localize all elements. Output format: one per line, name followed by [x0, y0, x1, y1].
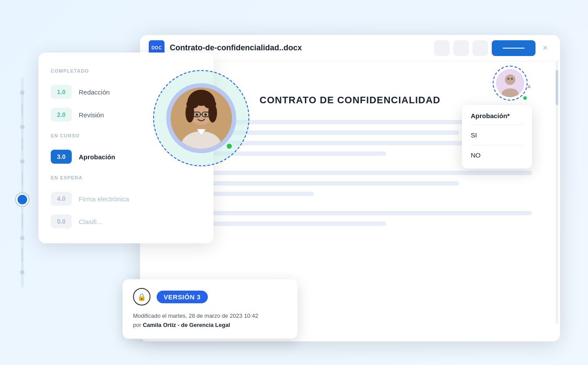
step-label-4: Firma electrónica — [79, 195, 129, 203]
reviewer-avatar — [496, 69, 524, 97]
step-badge-4: 4.0 — [51, 192, 72, 206]
approval-divider-1 — [471, 125, 523, 125]
document-scrollbar[interactable] — [556, 61, 558, 324]
svg-point-4 — [511, 78, 513, 80]
version-badge: VERSIÓN 3 — [157, 291, 208, 303]
sidebar-dot-active[interactable] — [16, 193, 28, 206]
doc-line-8 — [168, 211, 532, 215]
sidebar-connector — [22, 172, 23, 185]
view-button-3[interactable] — [472, 40, 488, 56]
sidebar-connector — [22, 214, 23, 227]
main-person-avatar — [171, 88, 232, 149]
sidebar-connector — [22, 249, 23, 262]
svg-point-12 — [204, 100, 216, 109]
step-badge-3: 3.0 — [51, 150, 72, 164]
version-header: 🔒 VERSIÓN 3 — [133, 288, 287, 305]
step-badge-2: 2.0 — [51, 108, 72, 122]
approval-option-no[interactable]: NO — [471, 149, 523, 161]
step-row-5[interactable]: 5.0 Clasifi... — [51, 210, 201, 233]
step-label-2: Revisión — [79, 111, 104, 119]
reviewer-avatar-container — [493, 66, 528, 101]
version-author: Camila Ortíz - de Gerencia Legal — [143, 322, 230, 328]
svg-point-17 — [204, 113, 207, 116]
reviewer-avatar-svg — [496, 69, 524, 97]
person-outer-dashed-circle — [153, 70, 249, 166]
sidebar-connector — [22, 137, 23, 151]
avatar-online-indicator — [522, 95, 528, 101]
svg-point-1 — [505, 74, 515, 85]
lock-icon: 🔒 — [133, 288, 150, 305]
document-title: Contrato-de-confidencialidad..docx — [170, 43, 429, 53]
sidebar-navigation — [21, 77, 24, 288]
main-person-overlay — [153, 70, 249, 166]
view-button-1[interactable] — [434, 40, 450, 56]
step-row-4[interactable]: 4.0 Firma electrónica — [51, 187, 201, 210]
step-label-3: Aprobación — [79, 153, 115, 161]
version-tooltip: 🔒 VERSIÓN 3 Modificado el martes, 28 de … — [122, 279, 298, 339]
sidebar-dot-5[interactable] — [20, 236, 24, 240]
doc-line-5 — [168, 171, 532, 175]
approval-title: Aprobación* — [471, 112, 523, 119]
version-date: Modificado el martes, 28 de marzo de 202… — [133, 312, 258, 319]
waiting-section-label: EN ESPERA — [51, 175, 201, 180]
step-label-5: Clasifi... — [79, 218, 102, 225]
approval-option-si[interactable]: SI — [471, 129, 523, 141]
scrollbar-thumb[interactable] — [556, 70, 558, 105]
svg-point-3 — [508, 78, 510, 80]
sidebar-connector — [22, 103, 23, 116]
approval-divider-2 — [471, 145, 523, 145]
person-inner-circle — [166, 83, 236, 153]
sidebar-dot-1[interactable] — [20, 91, 24, 95]
sidebar-dot-3[interactable] — [20, 159, 24, 164]
approval-dropdown: Aprobación* SI NO — [462, 105, 532, 168]
main-person-svg — [171, 88, 232, 149]
primary-action-button[interactable] — [492, 40, 536, 56]
reviewer-avatar-dashed — [493, 66, 528, 101]
sidebar-dot-2[interactable] — [20, 125, 24, 129]
version-modified-text: Modificado el martes, 28 de marzo de 202… — [133, 312, 287, 330]
close-button[interactable]: × — [539, 41, 551, 55]
titlebar-buttons: × — [434, 40, 551, 56]
version-by: por — [133, 322, 141, 328]
sidebar-dot-6[interactable] — [20, 270, 24, 274]
step-badge-1: 1.0 — [51, 85, 72, 99]
person-status-dot — [226, 143, 233, 150]
view-button-2[interactable] — [453, 40, 469, 56]
svg-point-16 — [196, 113, 198, 116]
step-badge-5: 5.0 — [51, 214, 72, 228]
step-label-1: Redacción — [79, 88, 110, 96]
